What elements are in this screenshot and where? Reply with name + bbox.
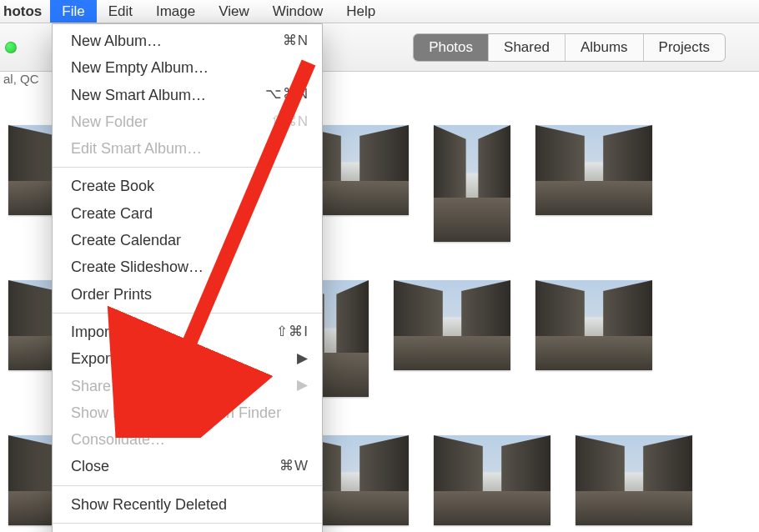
- tab-albums[interactable]: Albums: [565, 34, 643, 61]
- menu-item-label: New Empty Album…: [71, 58, 209, 78]
- menu-show-referenced: Show Referenced File in Finder: [53, 399, 322, 426]
- photo-thumbnail[interactable]: [535, 280, 652, 370]
- photo-thumbnail[interactable]: [535, 125, 652, 215]
- submenu-arrow-icon: ▶: [297, 349, 309, 369]
- menu-file[interactable]: File: [50, 0, 96, 23]
- menu-item-label: Create Card: [71, 203, 153, 223]
- menu-item-label: Create Book: [71, 176, 154, 196]
- photo-thumbnail[interactable]: [576, 435, 692, 525]
- menu-new-empty-album[interactable]: New Empty Album…: [53, 54, 322, 81]
- menu-item-label: Export: [71, 349, 114, 369]
- tab-shared[interactable]: Shared: [488, 34, 565, 61]
- menu-app[interactable]: hotos: [0, 0, 50, 23]
- menu-item-label: Order Prints: [71, 284, 152, 304]
- photo-thumbnail[interactable]: [434, 125, 510, 242]
- tab-photos[interactable]: Photos: [414, 34, 488, 61]
- submenu-arrow-icon: ▶: [297, 376, 309, 395]
- menu-item-label: New Smart Album…: [71, 85, 206, 105]
- menu-image[interactable]: Image: [144, 0, 207, 23]
- menu-item-label: Edit Smart Album…: [71, 138, 202, 158]
- menu-item-label: Show Referenced File in Finder: [71, 403, 281, 423]
- menu-item-label: Share: [71, 376, 111, 396]
- menu-create-book[interactable]: Create Book: [53, 173, 322, 199]
- shortcut-label: ⇧⌘I: [276, 323, 309, 342]
- menubar: hotos File Edit Image View Window Help: [0, 0, 759, 23]
- menu-separator: [53, 167, 322, 168]
- tab-projects[interactable]: Projects: [643, 34, 725, 61]
- menu-item-label: New Folder: [71, 112, 148, 132]
- menu-print: Print… ⌘P: [53, 529, 322, 532]
- menu-item-label: Show Recently Deleted: [71, 494, 227, 514]
- menu-item-label: Close: [71, 456, 109, 476]
- shortcut-label: ⌘W: [279, 457, 309, 476]
- menu-edit-smart-album: Edit Smart Album…: [53, 135, 322, 162]
- menu-separator: [53, 523, 322, 524]
- menu-item-label: New Album…: [71, 31, 162, 51]
- menu-order-prints[interactable]: Order Prints: [53, 281, 322, 308]
- menu-help[interactable]: Help: [334, 0, 387, 23]
- menu-create-slideshow[interactable]: Create Slideshow…: [53, 253, 322, 280]
- menu-export[interactable]: Export ▶: [53, 345, 322, 372]
- shortcut-label: ⌥⌘N: [265, 85, 309, 104]
- location-label: al, QC: [0, 68, 50, 89]
- menu-consolidate: Consolidate…: [53, 426, 322, 453]
- menu-import[interactable]: Import… ⇧⌘I: [53, 319, 322, 345]
- shortcut-label: ⇧⌘N: [270, 113, 309, 132]
- menu-separator: [53, 485, 322, 486]
- menu-item-label: Create Slideshow…: [71, 257, 204, 277]
- photo-thumbnail[interactable]: [434, 435, 550, 525]
- menu-close[interactable]: Close ⌘W: [53, 453, 322, 479]
- menu-share: Share ▶: [53, 373, 322, 399]
- menu-new-album[interactable]: New Album… ⌘N: [53, 28, 322, 54]
- menu-edit[interactable]: Edit: [97, 0, 144, 23]
- window-zoom-button[interactable]: [5, 42, 17, 53]
- menu-item-label: Consolidate…: [71, 429, 165, 449]
- menu-window[interactable]: Window: [261, 0, 334, 23]
- menu-show-recently-deleted[interactable]: Show Recently Deleted: [53, 491, 322, 518]
- menu-new-folder: New Folder ⇧⌘N: [53, 108, 322, 135]
- menu-view[interactable]: View: [207, 0, 261, 23]
- menu-create-calendar[interactable]: Create Calendar: [53, 227, 322, 253]
- menu-item-label: Import…: [71, 322, 128, 342]
- view-segmented-control: Photos Shared Albums Projects: [413, 33, 726, 62]
- file-menu-dropdown: New Album… ⌘N New Empty Album… New Smart…: [52, 23, 323, 532]
- menu-new-smart-album[interactable]: New Smart Album… ⌥⌘N: [53, 82, 322, 108]
- menu-item-label: Create Calendar: [71, 230, 181, 250]
- menu-create-card[interactable]: Create Card: [53, 200, 322, 227]
- shortcut-label: ⌘N: [283, 32, 309, 51]
- menu-separator: [53, 313, 322, 314]
- photo-thumbnail[interactable]: [394, 280, 510, 370]
